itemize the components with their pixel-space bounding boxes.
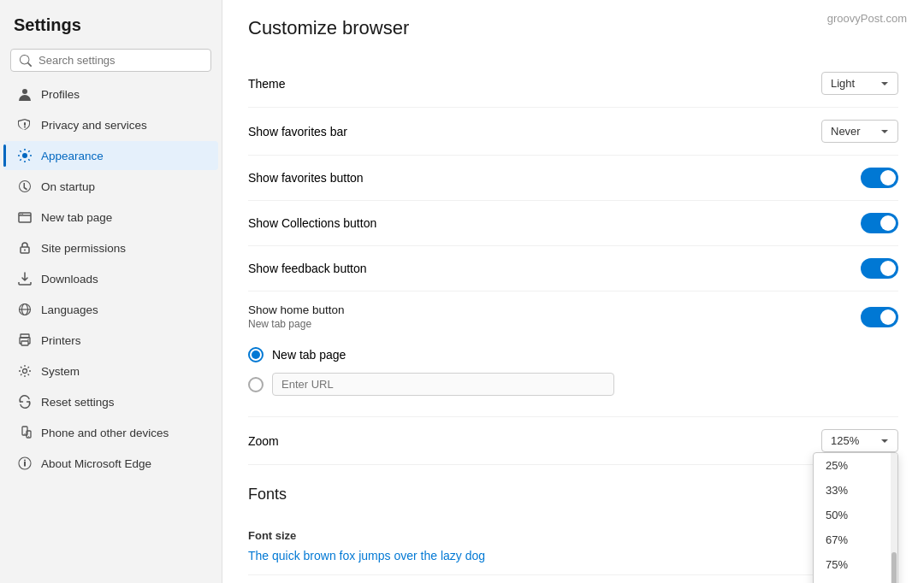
page-title: Customize browser xyxy=(248,17,898,39)
sidebar-item-newtab-label: New tab page xyxy=(41,211,112,224)
chevron-down-icon xyxy=(880,437,889,445)
radio-new-tab-page[interactable]: New tab page xyxy=(248,342,614,368)
home-button-setting: Show home button New tab page New tab pa… xyxy=(248,292,898,417)
sidebar-item-reset-label: Reset settings xyxy=(41,396,115,409)
zoom-dropdown-btn[interactable]: 125% xyxy=(821,429,898,452)
home-button-sublabel: New tab page xyxy=(248,318,345,330)
home-button-left: Show home button New tab page xyxy=(248,303,345,330)
sidebar-item-new-tab[interactable]: New tab page xyxy=(3,203,218,232)
home-button-radio-group: New tab page xyxy=(248,335,614,404)
favorites-bar-dropdown[interactable]: Never xyxy=(821,120,898,143)
svg-point-13 xyxy=(23,369,27,374)
svg-point-12 xyxy=(27,339,29,341)
zoom-options-list: 25% 33% 50% 67% 75% 80% 90% 100% 110% 12… xyxy=(814,453,897,583)
customize-fonts-setting: Customize fonts xyxy=(248,575,898,583)
sidebar-item-profiles-label: Profiles xyxy=(41,88,80,101)
collections-button-setting: Show Collections button xyxy=(248,201,898,246)
languages-icon xyxy=(17,302,33,317)
theme-value: Light xyxy=(831,77,855,90)
zoom-option-25[interactable]: 25% xyxy=(814,453,891,478)
sidebar-item-languages-label: Languages xyxy=(41,303,98,316)
url-input[interactable] xyxy=(272,373,614,396)
svg-point-7 xyxy=(24,250,26,251)
zoom-option-67[interactable]: 67% xyxy=(814,527,891,552)
favorites-bar-label: Show favorites bar xyxy=(248,125,347,138)
sidebar-item-printers[interactable]: Printers xyxy=(3,326,218,355)
system-icon xyxy=(17,363,33,379)
sidebar-item-appearance-label: Appearance xyxy=(41,150,104,162)
sidebar-item-phone-label: Phone and other devices xyxy=(41,427,169,439)
svg-rect-0 xyxy=(24,122,26,126)
sidebar-item-profiles[interactable]: Profiles xyxy=(3,80,218,109)
sidebar-item-phone[interactable]: Phone and other devices xyxy=(3,418,218,447)
newtab-icon xyxy=(17,209,33,225)
radio-outer-newtab xyxy=(248,347,264,362)
about-icon xyxy=(17,456,33,471)
profile-icon xyxy=(17,86,33,102)
sidebar-item-site-permissions[interactable]: Site permissions xyxy=(3,233,218,262)
sidebar-item-privacy-label: Privacy and services xyxy=(41,119,147,132)
home-button-toggle[interactable] xyxy=(861,307,898,327)
theme-dropdown[interactable]: Light xyxy=(821,72,898,95)
downloads-icon xyxy=(17,271,33,286)
zoom-setting: Zoom 125% 25% 33% 50% 67% 75% 80% 90% 10… xyxy=(248,417,898,465)
svg-point-2 xyxy=(22,153,27,158)
chevron-down-icon xyxy=(880,80,889,88)
feedback-button-setting: Show feedback button xyxy=(248,246,898,292)
sidebar-title: Settings xyxy=(0,7,222,45)
svg-point-5 xyxy=(22,214,23,215)
fonts-section-title: Fonts xyxy=(248,486,898,504)
sidebar-item-system-label: System xyxy=(41,365,80,378)
sidebar: Settings Profiles Privacy and services xyxy=(0,0,222,583)
search-box[interactable] xyxy=(10,49,211,72)
font-size-setting: Font size The quick brown fox jumps over… xyxy=(248,517,898,575)
radio-url[interactable] xyxy=(248,368,614,401)
startup-icon xyxy=(17,179,33,194)
home-button-row: Show home button New tab page xyxy=(248,303,898,330)
favorites-button-setting: Show favorites button xyxy=(248,156,898,201)
sidebar-item-about[interactable]: About Microsoft Edge xyxy=(3,449,218,478)
radio-outer-url xyxy=(248,377,264,392)
feedback-button-label: Show feedback button xyxy=(248,262,367,275)
home-button-label: Show home button xyxy=(248,303,345,316)
zoom-scrollbar-thumb xyxy=(891,552,897,583)
feedback-button-toggle[interactable] xyxy=(861,258,898,279)
sidebar-item-on-startup[interactable]: On startup xyxy=(3,172,218,201)
zoom-label: Zoom xyxy=(248,434,279,448)
font-preview: The quick brown fox jumps over the lazy … xyxy=(248,549,485,562)
svg-point-1 xyxy=(24,127,26,128)
sidebar-item-printers-label: Printers xyxy=(41,334,81,347)
permissions-icon xyxy=(17,240,33,256)
sidebar-item-system[interactable]: System xyxy=(3,356,218,386)
svg-point-4 xyxy=(21,214,21,215)
chevron-down-icon xyxy=(880,127,889,136)
search-icon xyxy=(20,55,32,67)
sidebar-item-privacy[interactable]: Privacy and services xyxy=(3,110,218,139)
sidebar-item-about-label: About Microsoft Edge xyxy=(41,457,151,470)
main-content: groovyPost.com Customize browser Theme L… xyxy=(222,0,924,583)
zoom-dropdown-menu: 25% 33% 50% 67% 75% 80% 90% 100% 110% 12… xyxy=(813,452,898,583)
sidebar-item-startup-label: On startup xyxy=(41,180,95,193)
favorites-bar-setting: Show favorites bar Never xyxy=(248,108,898,156)
favorites-button-label: Show favorites button xyxy=(248,171,364,185)
reset-icon xyxy=(17,394,33,409)
sidebar-item-permissions-label: Site permissions xyxy=(41,242,126,255)
collections-button-label: Show Collections button xyxy=(248,216,376,230)
printers-icon xyxy=(17,333,33,348)
sidebar-item-reset[interactable]: Reset settings xyxy=(3,387,218,416)
privacy-icon xyxy=(17,117,33,132)
zoom-option-50[interactable]: 50% xyxy=(814,503,891,527)
font-size-label: Font size xyxy=(248,529,296,542)
zoom-option-80[interactable]: 80% xyxy=(814,577,891,583)
search-input[interactable] xyxy=(38,54,202,67)
svg-rect-11 xyxy=(21,341,28,345)
collections-button-toggle[interactable] xyxy=(861,213,898,233)
sidebar-item-downloads[interactable]: Downloads xyxy=(3,264,218,293)
sidebar-item-languages[interactable]: Languages xyxy=(3,295,218,324)
radio-newtab-label: New tab page xyxy=(272,348,346,362)
sidebar-item-appearance[interactable]: Appearance xyxy=(3,141,218,170)
favorites-button-toggle[interactable] xyxy=(861,168,898,188)
zoom-option-75[interactable]: 75% xyxy=(814,552,891,577)
svg-point-17 xyxy=(28,436,29,437)
zoom-option-33[interactable]: 33% xyxy=(814,478,891,503)
